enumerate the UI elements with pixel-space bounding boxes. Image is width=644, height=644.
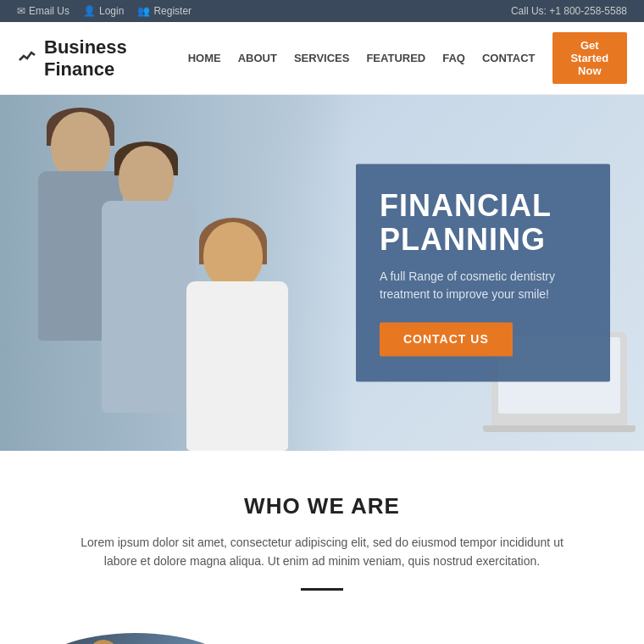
- logo-text: Business Finance: [44, 36, 188, 80]
- login-link[interactable]: 👤 Login: [83, 5, 124, 17]
- hero-people: [0, 95, 354, 451]
- email-link[interactable]: ✉ Email Us: [17, 5, 69, 17]
- hero-heading-line2: PLANNING: [380, 222, 546, 257]
- hero-section: FINANCIAL PLANNING A full Range of cosme…: [0, 95, 644, 451]
- hero-background: FINANCIAL PLANNING A full Range of cosme…: [0, 95, 644, 451]
- person3-body: [186, 281, 288, 451]
- who-we-are-section: WHO WE ARE Lorem ipsum dolor sit amet, c…: [0, 451, 644, 616]
- nav-home[interactable]: HOME: [188, 52, 221, 64]
- what-we-do-image: [34, 633, 237, 644]
- hero-subtext: A full Range of cosmetic dentistry treat…: [380, 269, 586, 304]
- logo-icon: [17, 46, 37, 71]
- nav-featured[interactable]: FEATURED: [366, 52, 425, 64]
- email-label: Email Us: [29, 5, 69, 17]
- top-bar-left: ✉ Email Us 👤 Login 👥 Register: [17, 5, 192, 17]
- person3-head: [203, 222, 263, 288]
- section-divider: [301, 588, 343, 591]
- what-we-do-text: WHAT WE DO: [271, 633, 610, 644]
- call-info: Call Us: +1 800-258-5588: [511, 5, 627, 17]
- who-we-are-body: Lorem ipsum dolor sit amet, consectetur …: [76, 533, 568, 571]
- email-icon: ✉: [17, 5, 25, 17]
- laptop-base: [483, 425, 636, 432]
- navbar: Business Finance HOME ABOUT SERVICES FEA…: [0, 22, 644, 95]
- person2-body: [102, 201, 195, 413]
- nav-faq[interactable]: FAQ: [442, 52, 465, 64]
- hero-card: FINANCIAL PLANNING A full Range of cosme…: [356, 164, 610, 381]
- who-we-are-heading: WHO WE ARE: [68, 493, 576, 519]
- person1-head: [51, 112, 110, 180]
- logo[interactable]: Business Finance: [17, 36, 188, 80]
- hero-heading-line1: FINANCIAL: [380, 188, 552, 223]
- register-label: Register: [153, 5, 192, 17]
- call-number: Call Us: +1 800-258-5588: [511, 5, 627, 17]
- nav-contact[interactable]: CONTACT: [482, 52, 536, 64]
- nav-services[interactable]: SERVICES: [294, 52, 350, 64]
- login-label: Login: [99, 5, 124, 17]
- silhouette-head: [87, 640, 119, 644]
- nav-links: HOME ABOUT SERVICES FEATURED FAQ CONTACT…: [188, 32, 627, 84]
- top-bar: ✉ Email Us 👤 Login 👥 Register Call Us: +…: [0, 0, 644, 22]
- register-link[interactable]: 👥 Register: [137, 5, 192, 17]
- get-started-button[interactable]: Get Started Now: [552, 32, 627, 84]
- contact-us-button[interactable]: CONTACT US: [380, 323, 513, 357]
- person2-head: [119, 146, 174, 209]
- nav-about[interactable]: ABOUT: [238, 52, 277, 64]
- hero-heading: FINANCIAL PLANNING: [380, 189, 586, 256]
- login-icon: 👤: [83, 5, 96, 17]
- what-we-do-section: WHAT WE DO: [0, 616, 644, 644]
- register-icon: 👥: [137, 5, 150, 17]
